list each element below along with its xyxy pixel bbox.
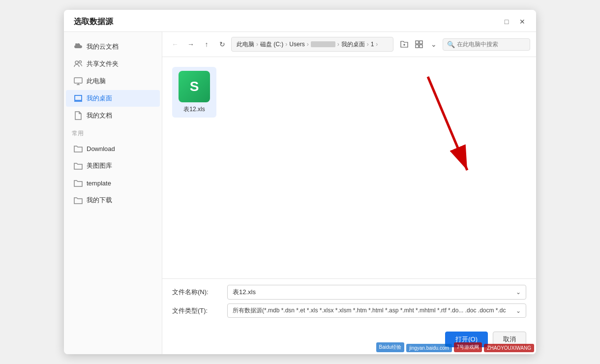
new-folder-button[interactable]: [397, 37, 411, 51]
desktop-icon: [74, 94, 83, 103]
sidebar-item-mydownload[interactable]: 我的下载: [66, 192, 160, 209]
search-icon: 🔍: [447, 41, 455, 48]
breadcrumb[interactable]: 此电脑 › 磁盘 (C:) › Users › › 我的桌面 › 1 ›: [231, 37, 393, 52]
file-icon-xls: S: [179, 71, 210, 102]
sidebar-item-template[interactable]: template: [66, 175, 160, 191]
folder-download-icon: [74, 144, 83, 153]
svg-rect-3: [416, 41, 419, 44]
filename-label: 文件名称(N):: [172, 288, 221, 297]
view-toggle-button[interactable]: [412, 37, 426, 51]
sidebar: 我的云文档 共享文件夹: [64, 32, 162, 354]
file-area: ← → ↑ ↻ 此电脑 › 磁盘 (C:) › Users › › 我的桌面 ›…: [162, 32, 536, 354]
sidebar-item-computer[interactable]: 此电脑: [66, 73, 160, 90]
file-item-xls[interactable]: S 表12.xls: [172, 67, 216, 118]
svg-rect-4: [420, 41, 422, 44]
back-button[interactable]: ←: [168, 37, 182, 51]
minimize-button[interactable]: □: [501, 16, 512, 28]
folder-mydownload-icon: [74, 196, 83, 205]
filetype-label: 文件类型(T):: [172, 306, 221, 315]
title-bar: 选取数据源 □ ✕: [64, 10, 536, 32]
breadcrumb-desktop[interactable]: 我的桌面: [341, 40, 365, 49]
filetype-dropdown-arrow: ⌄: [516, 307, 521, 314]
common-section-label: 常用: [64, 124, 162, 140]
sidebar-meitu-label: 美图图库: [87, 161, 112, 170]
sidebar-mydownload-label: 我的下载: [87, 196, 112, 205]
close-button[interactable]: ✕: [516, 16, 528, 28]
filename-value: 表12.xls: [233, 288, 256, 297]
cloud-icon: [74, 42, 83, 51]
select-datasource-dialog: 选取数据源 □ ✕ 我的云文档: [64, 10, 536, 354]
view-controls: ⌄: [397, 37, 441, 51]
breadcrumb-disk[interactable]: 磁盘 (C:): [260, 40, 283, 49]
cancel-button[interactable]: 取消: [493, 332, 526, 347]
view-dropdown-button[interactable]: ⌄: [427, 37, 441, 51]
red-arrow-overlay: [389, 72, 487, 180]
sidebar-item-shared[interactable]: 共享文件夹: [66, 56, 160, 72]
up-button[interactable]: ↑: [200, 37, 213, 51]
forward-button[interactable]: →: [184, 37, 198, 51]
breadcrumb-computer[interactable]: 此电脑: [237, 40, 254, 49]
sidebar-item-meitu[interactable]: 美图图库: [66, 157, 160, 174]
breadcrumb-users[interactable]: Users: [289, 41, 304, 48]
svg-rect-5: [416, 45, 419, 48]
dialog-title: 选取数据源: [74, 17, 113, 27]
sidebar-item-download[interactable]: Download: [66, 140, 160, 157]
files-grid: S 表12.xls: [162, 57, 536, 278]
sidebar-desktop-label: 我的桌面: [87, 94, 112, 103]
sidebar-item-desktop[interactable]: 我的桌面: [66, 90, 160, 107]
filetype-input[interactable]: 所有数据源(*.mdb *.dsn *.et *.xls *.xlsx *.xl…: [227, 303, 526, 318]
svg-rect-2: [74, 78, 82, 83]
svg-line-8: [428, 77, 467, 170]
sidebar-cloud-label: 我的云文档: [87, 42, 119, 51]
search-bar[interactable]: 🔍: [443, 38, 530, 51]
computer-icon: [74, 77, 83, 86]
open-button[interactable]: 打开(O): [445, 332, 488, 347]
filename-dropdown-arrow: ⌄: [516, 289, 521, 296]
file-name-xls: 表12.xls: [183, 105, 205, 114]
breadcrumb-folder1[interactable]: 1: [371, 41, 374, 48]
window-controls: □ ✕: [501, 16, 528, 28]
sidebar-download-label: Download: [87, 145, 115, 152]
sidebar-computer-label: 此电脑: [87, 77, 106, 86]
refresh-button[interactable]: ↻: [215, 37, 229, 51]
bottom-buttons: 打开(O) 取消: [162, 328, 536, 354]
bottom-fields: 文件名称(N): 表12.xls ⌄ 文件类型(T): 所有数据源(*.mdb …: [162, 278, 536, 328]
breadcrumb-username: [311, 41, 335, 47]
filetype-row: 文件类型(T): 所有数据源(*.mdb *.dsn *.et *.xls *.…: [172, 303, 526, 318]
sidebar-template-label: template: [87, 180, 111, 187]
search-input[interactable]: [457, 41, 526, 48]
svg-point-0: [75, 61, 78, 64]
main-content: 我的云文档 共享文件夹: [64, 32, 536, 354]
filename-input[interactable]: 表12.xls ⌄: [227, 285, 526, 300]
documents-icon: [74, 111, 83, 120]
sidebar-item-documents[interactable]: 我的文档: [66, 107, 160, 124]
folder-meitu-icon: [74, 161, 83, 170]
svg-rect-6: [420, 45, 422, 48]
filename-row: 文件名称(N): 表12.xls ⌄: [172, 285, 526, 300]
shared-icon: [74, 60, 83, 68]
svg-point-1: [79, 61, 82, 63]
sidebar-documents-label: 我的文档: [87, 111, 112, 120]
sidebar-shared-label: 共享文件夹: [87, 60, 119, 68]
sidebar-item-cloud[interactable]: 我的云文档: [66, 38, 160, 55]
filetype-value: 所有数据源(*.mdb *.dsn *.et *.xls *.xlsx *.xl…: [233, 306, 516, 315]
nav-bar: ← → ↑ ↻ 此电脑 › 磁盘 (C:) › Users › › 我的桌面 ›…: [162, 32, 536, 57]
folder-template-icon: [74, 179, 83, 187]
